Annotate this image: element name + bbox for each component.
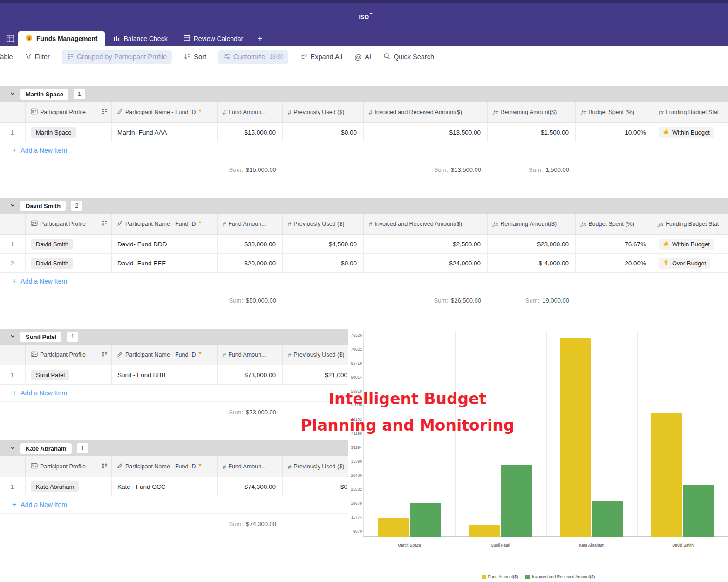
add-new-item-button[interactable]: +Add a New Item (0, 273, 728, 290)
add-tab-button[interactable]: + (251, 31, 269, 46)
cell-invoiced-received[interactable]: $13,500.00 (364, 123, 488, 142)
cell-participant-name[interactable]: Sunil - Fund BBB (112, 365, 218, 385)
chevron-down-icon (10, 444, 15, 453)
column-header-invoiced-received[interactable]: #Invoiced and Received Amount($) (364, 102, 488, 123)
cell-participant-profile[interactable]: David Smith (26, 254, 112, 273)
column-header-participant-name[interactable]: Participant Name - Fund ID ★ (112, 102, 218, 123)
column-header-participant-profile[interactable]: Participant Profile (26, 345, 112, 365)
x-axis-category-label: Sunil Patel (491, 543, 510, 548)
row-number: 1 (0, 477, 26, 496)
table-grid-icon[interactable] (3, 31, 18, 46)
column-header-invoiced-received[interactable]: #Invoiced and Received Amount($) (364, 214, 488, 235)
cell-previously-used[interactable]: $4,500.00 (283, 235, 364, 254)
cell-fund-amount[interactable]: $20,000.00 (218, 254, 283, 273)
tab-funds-management[interactable]: $ Funds Management (18, 31, 105, 46)
sort-button[interactable]: Sort (184, 53, 206, 61)
column-header-row: Participant Profile Participant Name - F… (0, 102, 728, 123)
cell-previously-used[interactable]: $0.00 (283, 123, 364, 142)
cell-budget-spent[interactable]: 10.00% (576, 123, 653, 142)
gridline (637, 331, 638, 536)
column-header-previously-used[interactable]: #Previously Used ($) (283, 214, 364, 235)
cell-fund-amount[interactable]: $30,000.00 (218, 235, 283, 254)
cell-funding-budget-status[interactable]: Over Budget (653, 254, 728, 273)
cell-participant-profile[interactable]: Kate Abraham (26, 477, 112, 496)
column-label: Previously Used ($) (293, 221, 344, 227)
column-header-remaining[interactable]: ƒxRemaining Amount($) (488, 102, 576, 123)
group-section-martin-space: Martin Space 1 Participant Profile Parti… (0, 86, 728, 180)
cell-participant-name[interactable]: Kate - Fund CCC (112, 477, 218, 496)
tab-balance-check[interactable]: Balance Check (105, 31, 175, 46)
column-header-remaining[interactable]: ƒxRemaining Amount($) (488, 214, 576, 235)
column-header-participant-profile[interactable]: Participant Profile (26, 214, 112, 235)
cell-invoiced-received[interactable]: $2,500.00 (364, 235, 488, 254)
cell-participant-name[interactable]: David- Fund EEE (112, 254, 218, 273)
cell-fund-amount[interactable]: $15,000.00 (218, 123, 283, 142)
tab-review-calendar[interactable]: Review Calendar (176, 31, 252, 46)
customize-button[interactable]: Customize 18/30 (218, 50, 289, 64)
cell-budget-spent[interactable]: 76.67% (576, 235, 653, 254)
group-name-chip: Martin Space (20, 89, 68, 100)
legend-swatch (525, 575, 530, 579)
sum-invoiced-received: Sum:$13,500.00 (364, 159, 488, 180)
column-header-participant-profile[interactable]: Participant Profile (26, 102, 112, 123)
cell-participant-name[interactable]: Martin- Fund AAA (112, 123, 218, 142)
ai-button[interactable]: @ AI (354, 53, 371, 61)
column-label: Fund Amoun... (228, 352, 266, 358)
column-header-participant-name[interactable]: Participant Name - Fund ID ★ (112, 456, 218, 477)
formula-icon: ƒx (658, 221, 663, 227)
cell-participant-name[interactable]: David- Fund DDD (112, 235, 218, 254)
column-header-funding-budget-status[interactable]: ƒxFunding Budget Stat (653, 214, 728, 235)
cell-previously-used[interactable]: $0.00 (283, 254, 364, 273)
cell-participant-profile[interactable]: David Smith (26, 235, 112, 254)
group-name-chip: David Smith (20, 201, 66, 211)
cell-funding-budget-status[interactable]: Within Budget (653, 235, 728, 254)
cell-participant-profile[interactable]: Sunil Patel (26, 365, 112, 385)
column-header-budget-spent[interactable]: ƒxBudget Spent (%) (576, 102, 653, 123)
group-icon (102, 108, 108, 116)
cell-budget-spent[interactable]: -20.00% (576, 254, 653, 273)
column-header-fund-amount[interactable]: #Fund Amoun... (218, 214, 283, 235)
group-section-david-smith: David Smith 2 Participant Profile Partic… (0, 198, 728, 311)
cell-remaining[interactable]: $-4,000.00 (488, 254, 576, 273)
add-new-item-button[interactable]: +Add a New Item (0, 142, 728, 159)
filter-button[interactable]: Filter (25, 53, 50, 61)
quick-search-button[interactable]: Quick Search (383, 53, 434, 61)
cell-remaining[interactable]: $23,000.00 (488, 235, 576, 254)
y-axis-tick-label: 41198 (347, 431, 362, 436)
column-header-fund-amount[interactable]: #Fund Amoun... (218, 456, 283, 477)
table-view-button[interactable]: Table (0, 53, 13, 61)
customize-count: 18/30 (269, 54, 283, 60)
column-header-fund-amount[interactable]: #Fund Amoun... (218, 102, 283, 123)
gridline (546, 331, 547, 536)
column-header-funding-budget-status[interactable]: ƒxFunding Budget Stat (653, 102, 728, 123)
column-header-budget-spent[interactable]: ƒxBudget Spent (%) (576, 214, 653, 235)
bar-fund-amount (651, 413, 682, 537)
y-axis-tick-label: 16678 (347, 501, 362, 506)
column-header-previously-used[interactable]: #Previously Used ($) (283, 102, 364, 123)
hash-icon: # (288, 352, 291, 359)
expand-all-button[interactable]: Expand All (300, 53, 342, 61)
legend-label: Invoiced and Received Amount($) (532, 575, 595, 579)
chart-panel: 6870117741667821582264863139036294411984… (348, 326, 728, 582)
column-header-participant-name[interactable]: Participant Name - Fund ID ★ (112, 345, 218, 365)
group-header[interactable]: David Smith 2 (0, 198, 728, 214)
column-header-fund-amount[interactable]: #Fund Amoun... (218, 345, 283, 365)
tab-label: Balance Check (123, 35, 167, 42)
column-header-participant-profile[interactable]: Participant Profile (26, 456, 112, 477)
chart-legend: Fund Amount($)Invoiced and Received Amou… (348, 575, 728, 579)
cell-fund-amount[interactable]: $73,000.00 (218, 365, 283, 385)
gridline (364, 331, 364, 536)
grouped-by-button[interactable]: Grouped by Participant Profile (62, 50, 172, 64)
legend-swatch (482, 575, 486, 579)
chart-plot: 6870117741667821582264863139036294411984… (363, 331, 728, 537)
column-header-participant-name[interactable]: Participant Name - Fund ID ★ (112, 214, 218, 235)
cell-fund-amount[interactable]: $74,300.00 (218, 477, 283, 496)
tab-bar: $ Funds Management Balance Check Review … (0, 31, 728, 46)
group-header[interactable]: Martin Space 1 (0, 86, 728, 102)
cell-participant-profile[interactable]: Martin Space (26, 123, 112, 142)
cell-funding-budget-status[interactable]: Within Budget (653, 123, 728, 142)
star-icon: ★ (198, 220, 202, 224)
pencil-icon (117, 351, 123, 359)
cell-invoiced-received[interactable]: $24,000.00 (364, 254, 488, 273)
cell-remaining[interactable]: $1,500.00 (488, 123, 576, 142)
